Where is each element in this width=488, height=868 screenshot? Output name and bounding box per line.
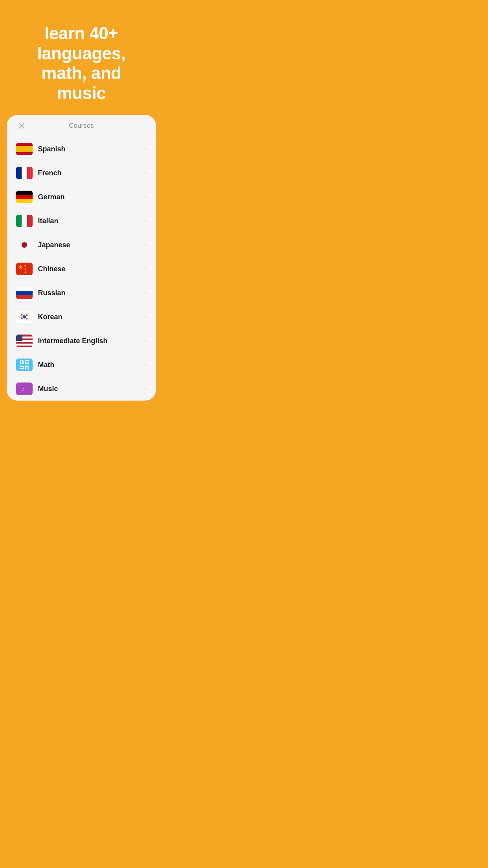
- course-name-intermediate-english: Intermediate English: [38, 337, 145, 345]
- course-item-spanish[interactable]: Spanish ›: [12, 137, 151, 161]
- chevron-icon-japanese: ›: [145, 241, 147, 248]
- svg-rect-3: [25, 360, 29, 364]
- chevron-icon-korean: ›: [145, 313, 147, 320]
- music-icon: ♪: [20, 384, 29, 393]
- flag-chinese: ★ ★ ★ ★ ★: [16, 263, 33, 275]
- course-name-music: Music: [38, 385, 145, 393]
- flag-music: ♪: [16, 383, 33, 395]
- courses-list: Spanish › French › German › Italian ›: [7, 137, 156, 401]
- chevron-icon-music: ›: [145, 385, 147, 392]
- flag-german: [16, 191, 33, 203]
- chevron-icon-italian: ›: [145, 217, 147, 224]
- close-button[interactable]: [16, 120, 27, 131]
- course-item-chinese[interactable]: ★ ★ ★ ★ ★ Chinese ›: [12, 257, 151, 281]
- math-icon: [19, 360, 29, 370]
- course-item-music[interactable]: ♪ Music ›: [12, 377, 151, 401]
- chevron-icon-chinese: ›: [145, 265, 147, 272]
- flag-spanish: [16, 143, 33, 155]
- flag-math: [16, 359, 33, 371]
- card-header: Courses: [7, 115, 156, 137]
- course-name-spanish: Spanish: [38, 145, 145, 153]
- course-name-italian: Italian: [38, 217, 145, 225]
- course-item-korean[interactable]: 🇰🇷 Korean ›: [12, 305, 151, 329]
- course-item-german[interactable]: German ›: [12, 185, 151, 209]
- header-title: learn 40+ languages, math, and music: [16, 24, 147, 103]
- courses-header-title: Courses: [16, 122, 147, 130]
- course-item-intermediate-english[interactable]: Intermediate English ›: [12, 329, 151, 353]
- chevron-icon-french: ›: [145, 169, 147, 177]
- course-item-math[interactable]: Math ›: [12, 353, 151, 377]
- course-item-russian[interactable]: Russian ›: [12, 281, 151, 305]
- flag-korean: 🇰🇷: [16, 311, 33, 323]
- chevron-icon-spanish: ›: [145, 145, 147, 153]
- chevron-icon-intermediate-english: ›: [145, 337, 147, 344]
- svg-text:♪: ♪: [21, 386, 24, 392]
- course-name-french: French: [38, 169, 145, 177]
- chevron-icon-russian: ›: [145, 289, 147, 296]
- course-item-japanese[interactable]: Japanese ›: [12, 233, 151, 257]
- chevron-icon-math: ›: [145, 361, 147, 368]
- course-name-russian: Russian: [38, 289, 145, 297]
- course-item-french[interactable]: French ›: [12, 161, 151, 185]
- flag-russian: [16, 287, 33, 299]
- course-name-german: German: [38, 193, 145, 201]
- course-name-math: Math: [38, 361, 145, 369]
- flag-french: [16, 167, 33, 179]
- course-name-korean: Korean: [38, 313, 145, 321]
- chevron-icon-german: ›: [145, 193, 147, 200]
- courses-card: Courses Spanish › French › German ›: [7, 115, 156, 401]
- flag-us: [16, 335, 33, 347]
- course-name-japanese: Japanese: [38, 241, 145, 249]
- course-name-chinese: Chinese: [38, 265, 145, 273]
- close-icon: [18, 122, 25, 129]
- flag-italian: [16, 215, 33, 227]
- course-item-italian[interactable]: Italian ›: [12, 209, 151, 233]
- header-section: learn 40+ languages, math, and music: [0, 0, 163, 115]
- flag-japanese: [16, 239, 33, 251]
